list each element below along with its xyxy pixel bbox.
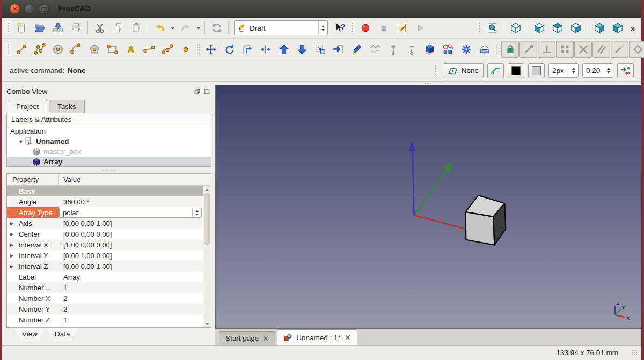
snap-special-toggle[interactable] [629,41,644,58]
draft-apply-style-button[interactable] [330,41,347,58]
draft-dimension-button[interactable] [140,41,158,58]
property-value[interactable]: Array [59,273,203,281]
combo-spinner[interactable] [192,208,201,217]
property-row-axis[interactable]: ▶Axis[0,00 0,00 1,00] [7,218,203,229]
property-value[interactable]: 360,00 ° [59,198,203,206]
tab-data[interactable]: Data [47,328,78,341]
tree-item-master-box[interactable]: master_box [7,146,211,157]
draft-clone-button[interactable] [457,41,475,58]
property-value[interactable]: 2 [59,295,203,303]
property-value[interactable]: 1 [59,284,203,292]
draft-array-button[interactable] [439,41,457,58]
view-top-button[interactable] [549,19,567,36]
scroll-up-arrow[interactable] [203,186,211,193]
snap-grid-toggle[interactable] [556,41,574,58]
view-front-button[interactable] [531,19,548,36]
save-button[interactable] [49,19,67,36]
undo-button-dropdown-arrow[interactable] [169,19,176,36]
draft-circle-button[interactable] [49,41,67,58]
draft-trimex-button[interactable] [257,41,274,58]
property-value[interactable]: [0,00 0,00 1,00] [59,262,203,270]
property-row-number[interactable]: Number ...1 [7,282,203,293]
property-name[interactable]: ▶Axis [7,218,59,229]
line-color-button[interactable] [508,63,524,78]
text-scale-spinbox[interactable]: 0,20 [582,63,613,78]
draft-add-point-button[interactable] [384,41,402,58]
3d-viewport[interactable]: Z Y X [215,85,641,329]
property-name[interactable]: Number Z [7,314,59,325]
tab-project[interactable]: Project [8,100,47,113]
property-row-number-z[interactable]: Number Z1 [7,314,203,325]
property-value[interactable]: [0,00 0,00 1,00] [59,219,203,227]
draft-remove-point-button[interactable] [402,41,420,58]
expander-icon[interactable]: ▶ [10,243,13,247]
property-row-interval-z[interactable]: ▶Interval Z[0,00 0,00 1,00] [7,261,203,271]
panel-float-icon[interactable] [194,88,201,95]
draft-move-button[interactable] [202,41,219,58]
tree-item-array[interactable]: Array [7,157,211,167]
property-value[interactable]: 1 [59,316,203,324]
draft-polygon-button[interactable] [85,41,103,58]
property-row-angle[interactable]: Angle360,00 ° [7,196,203,207]
property-name[interactable]: Number Y [7,304,59,314]
window-minimize-button[interactable]: – [24,4,34,14]
open-button[interactable] [31,19,48,36]
property-row-array-type[interactable]: Array Typepolar [7,207,203,218]
combo-spinner[interactable] [318,21,327,35]
tree-item-unnamed[interactable]: ▼Unnamed [7,136,211,146]
property-name[interactable]: Angle [7,196,59,207]
expander-icon[interactable]: ▶ [10,264,13,269]
draft-arc-button[interactable] [67,41,85,58]
snap-lock-toggle[interactable] [501,41,519,58]
view-rear-button[interactable] [591,19,609,36]
draft-edit-button[interactable] [348,41,365,58]
window-maximize-button[interactable]: ▢ [39,4,49,14]
view-left-button[interactable] [609,19,627,36]
panel-close-icon[interactable] [203,88,210,95]
property-name[interactable]: ▶Interval Z [7,261,59,271]
resize-grip[interactable] [631,349,638,356]
construction-mode-button[interactable] [487,63,504,78]
draft-heal-button[interactable] [475,41,493,58]
property-name[interactable]: Number X [7,293,59,304]
draft-wire-button[interactable] [31,41,48,58]
scroll-down-arrow[interactable] [203,320,211,327]
property-row-interval-y[interactable]: ▶Interval Y[0,00 1,00 0,00] [7,250,203,261]
refresh-button[interactable] [208,19,225,36]
line-width-spinner[interactable] [569,64,578,77]
property-value[interactable]: [0,00 1,00 0,00] [59,252,203,260]
tab-view[interactable]: View [14,328,46,341]
tree-item-application[interactable]: Application [7,126,211,136]
property-value[interactable]: 2 [59,305,203,313]
new-document-button[interactable] [12,19,30,36]
redo-button[interactable] [177,19,194,36]
view-fit-all-button[interactable] [484,19,501,36]
draft-rectangle-button[interactable] [104,41,121,58]
property-value[interactable]: [0,00 0,00 0,00] [59,230,203,238]
macro-stop-button[interactable] [375,19,392,36]
draft-offset-button[interactable] [238,41,256,58]
macro-edit-button[interactable] [393,19,411,36]
draft-line-button[interactable] [12,41,30,58]
snap-extension-toggle[interactable] [611,41,628,58]
draft-shape2dview-button[interactable] [421,41,438,58]
draft-upgrade-button[interactable] [275,41,292,58]
toolbar-drag-handle[interactable] [496,43,499,55]
view-right-button[interactable] [567,19,585,36]
tab-close-icon[interactable] [345,334,351,341]
draft-point-button[interactable] [177,41,194,58]
property-row-number-x[interactable]: Number X2 [7,293,203,304]
draft-rotate-button[interactable] [220,41,238,58]
expander-icon[interactable]: ▶ [10,221,13,226]
property-name[interactable]: ▶Interval X [7,239,59,250]
face-color-button[interactable] [528,63,545,78]
toolbar-drag-handle[interactable] [7,43,10,55]
apply-color-button[interactable] [617,63,634,78]
toolbar-drag-handle[interactable] [351,22,354,34]
print-button[interactable] [67,19,85,36]
property-row-center[interactable]: ▶Center[0,00 0,00 0,00] [7,229,203,239]
view-axonometric-button[interactable] [507,19,525,36]
draft-wire-to-bspline-button[interactable] [366,41,384,58]
text-scale-spinner[interactable] [604,64,613,77]
paste-button[interactable] [127,19,145,36]
